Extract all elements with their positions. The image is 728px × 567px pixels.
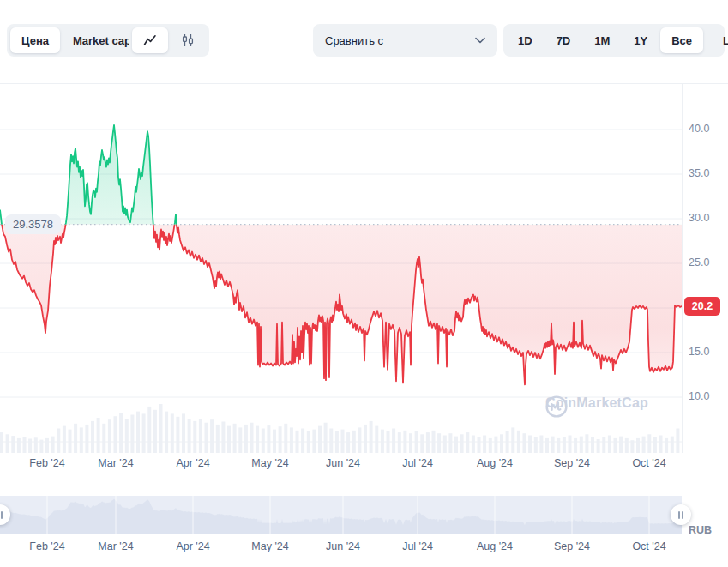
month-label: Jul '24	[388, 457, 448, 469]
month-label: Jun '24	[313, 540, 373, 552]
month-label: Jul '24	[388, 540, 448, 552]
month-label: Apr '24	[163, 540, 223, 552]
range-selector: 1D 7D 1M 1Y Все LOG ···	[503, 24, 725, 57]
month-label: Mar '24	[86, 540, 146, 552]
y-axis-tick: 25.0	[689, 256, 726, 268]
price-chart-panel: Цена Market cap Сравнить с 1D 7D 1M 1Y В…	[0, 0, 728, 567]
month-label: Oct '24	[619, 540, 679, 552]
month-label: Mar '24	[86, 457, 146, 469]
navigator-area-chart	[0, 496, 682, 534]
y-axis-tick: 30.0	[689, 212, 726, 224]
month-label: Sep '24	[542, 457, 602, 469]
month-label: May '24	[240, 540, 300, 552]
range-1m-button[interactable]: 1M	[583, 27, 621, 53]
month-label: Aug '24	[465, 540, 525, 552]
month-label: Aug '24	[465, 457, 525, 469]
candlestick-chart-type-button[interactable]	[170, 27, 206, 53]
x-axis-months: Feb '24Mar '24Apr '24May '24Jun '24Jul '…	[0, 457, 728, 474]
log-scale-button[interactable]: LOG	[712, 27, 728, 53]
candlestick-icon	[181, 33, 195, 47]
chevron-down-icon	[475, 37, 485, 44]
metric-toggle: Цена Market cap	[7, 24, 146, 57]
month-label: Feb '24	[17, 457, 77, 469]
chart-type-toggle	[129, 24, 209, 57]
month-label: Jun '24	[313, 457, 373, 469]
range-1d-button[interactable]: 1D	[507, 27, 544, 53]
y-axis-tick: 35.0	[689, 167, 726, 179]
metric-price-button[interactable]: Цена	[10, 27, 60, 53]
y-axis-tick: 15.0	[689, 346, 726, 358]
line-chart-icon	[143, 34, 157, 46]
navigator-months: Feb '24Mar '24Apr '24May '24Jun '24Jul '…	[0, 540, 728, 558]
main-chart-area[interactable]: 29.3578 CoinMarketCap 40.035.030.025.015…	[0, 83, 728, 453]
month-label: May '24	[240, 457, 300, 469]
compare-label: Сравнить с	[325, 34, 383, 47]
y-axis-tick: 10.0	[689, 390, 726, 402]
range-all-button[interactable]: Все	[660, 27, 703, 53]
range-7d-button[interactable]: 7D	[545, 27, 582, 53]
current-price-badge: 20.2	[684, 297, 720, 316]
coinmarketcap-logo-icon	[545, 395, 568, 418]
baseline-price-label: 29.3578	[5, 214, 61, 234]
y-axis-tick: 40.0	[689, 123, 726, 135]
coinmarketcap-watermark: CoinMarketCap	[545, 395, 648, 411]
navigator-right-handle[interactable]	[671, 504, 691, 525]
month-label: Feb '24	[17, 540, 77, 552]
month-label: Oct '24	[619, 457, 679, 469]
compare-dropdown[interactable]: Сравнить с	[313, 24, 497, 57]
month-label: Apr '24	[163, 457, 223, 469]
chart-navigator[interactable]	[0, 496, 682, 534]
line-chart-type-button[interactable]	[132, 27, 168, 53]
range-1y-button[interactable]: 1Y	[623, 27, 659, 53]
y-axis: 40.035.030.025.015.010.0 20.2 RUB	[682, 84, 728, 453]
currency-label: RUB	[689, 524, 712, 536]
month-label: Sep '24	[542, 540, 602, 552]
